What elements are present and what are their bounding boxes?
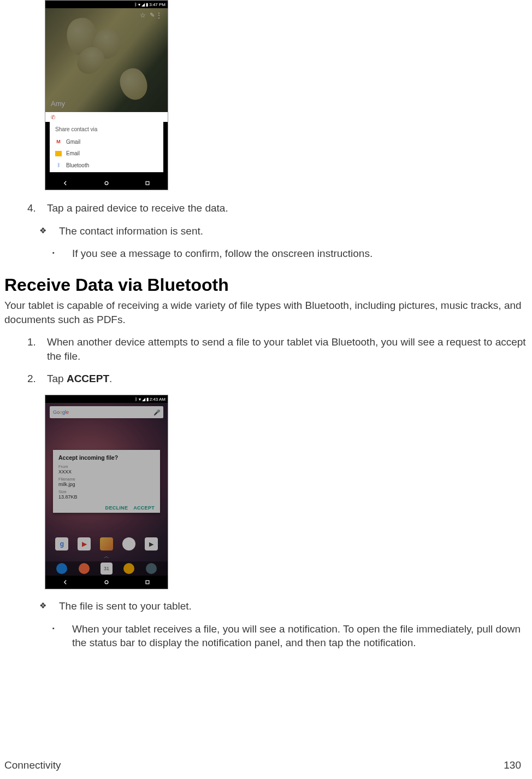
more-icon: ⋮: [156, 11, 162, 19]
list-text: The file is sent to your tablet.: [59, 599, 528, 613]
home-icon[interactable]: [103, 179, 110, 187]
page-footer: Connectivity 130: [4, 759, 521, 771]
list-item: 4. Tap a paired device to receive the da…: [27, 201, 528, 215]
list-item: ❖ The contact information is sent.: [39, 224, 528, 238]
list-marker: 2.: [27, 372, 40, 386]
app-icon[interactable]: [122, 537, 135, 550]
app-icon[interactable]: ▶: [145, 537, 158, 550]
share-option-gmail[interactable]: M Gmail: [55, 136, 163, 148]
list-item: 2. Tap ACCEPT.: [27, 372, 528, 386]
clock: 2:43 AM: [150, 397, 165, 402]
battery-icon: ▮: [146, 2, 148, 7]
back-icon[interactable]: [62, 179, 69, 187]
email-icon: [55, 151, 62, 156]
svg-rect-3: [146, 581, 149, 584]
android-nav-bar: [45, 576, 168, 589]
screenshot-accept-file: ᛒ ▾ ◢ ▮ 2:43 AM Google 🎤 Accept incoming…: [45, 395, 168, 589]
messages-app-icon[interactable]: [123, 563, 134, 574]
app-drawer-handle[interactable]: ︿: [45, 553, 168, 561]
svg-point-2: [105, 581, 108, 584]
list-marker: 4.: [27, 201, 40, 215]
contacts-app-icon[interactable]: [79, 563, 90, 574]
list-text: The contact information is sent.: [59, 224, 528, 238]
list-text: When your tablet receives a file, you wi…: [72, 622, 528, 650]
camera-app-icon[interactable]: [146, 563, 157, 574]
list-item: ▪ If you see a message to confirm, follo…: [52, 247, 528, 261]
share-bottom-sheet: Share contact via M Gmail Email ᛒ Blueto…: [50, 122, 163, 172]
text-fragment: .: [109, 373, 112, 384]
android-status-bar: ᛒ ▾ ◢ ▮ 3:47 PM: [45, 1, 168, 8]
field-label: Size: [58, 489, 155, 494]
field-label: From: [58, 464, 155, 469]
wifi-icon: ▾: [139, 397, 141, 402]
app-icon[interactable]: ▶: [78, 537, 91, 550]
bluetooth-icon: ᛒ: [134, 2, 137, 7]
phone-app-icon[interactable]: [56, 563, 67, 574]
share-option-label: Gmail: [66, 139, 80, 145]
android-status-bar: ᛒ ▾ ◢ ▮ 2:43 AM: [45, 395, 168, 403]
android-nav-bar: [45, 177, 168, 190]
list-text: Tap ACCEPT.: [47, 372, 528, 386]
list-item: 1. When another device attempts to send …: [27, 335, 528, 363]
field-label: Filename: [58, 477, 155, 482]
field-value: XXXX: [58, 469, 155, 475]
contact-photo: ☆ ✎ ⋮ Amy: [45, 8, 168, 112]
svg-rect-1: [146, 181, 149, 185]
share-option-email[interactable]: Email: [55, 148, 163, 159]
home-screen: Google 🎤 Accept incoming file? From XXXX…: [45, 403, 168, 576]
field-value: 13.87KB: [58, 494, 155, 500]
footer-page-number: 130: [504, 759, 521, 771]
contact-name: Amy: [51, 99, 65, 108]
bluetooth-option-icon: ᛒ: [55, 162, 62, 168]
list-marker: 1.: [27, 335, 40, 363]
mic-icon[interactable]: 🎤: [153, 409, 160, 415]
recent-icon[interactable]: [144, 578, 151, 586]
clock: 3:47 PM: [149, 2, 165, 7]
svg-point-0: [105, 181, 108, 185]
text-fragment: Tap: [47, 373, 67, 384]
app-icon[interactable]: g: [55, 537, 68, 550]
diamond-bullet-icon: ❖: [39, 225, 52, 239]
app-icon[interactable]: [100, 537, 113, 550]
signal-icon: ◢: [141, 2, 145, 7]
home-icon[interactable]: [103, 578, 110, 586]
body-paragraph: Your tablet is capable of receiving a wi…: [4, 298, 523, 326]
gmail-icon: M: [55, 138, 62, 145]
list-item: ❖ The file is sent to your tablet.: [39, 599, 528, 613]
bluetooth-icon: ᛒ: [135, 397, 138, 402]
list-item: ▪ When your tablet receives a file, you …: [52, 622, 528, 650]
decline-button[interactable]: DECLINE: [105, 505, 128, 511]
dialog-title: Accept incoming file?: [58, 454, 155, 461]
list-text: Tap a paired device to receive the data.: [47, 201, 528, 215]
text-bold: ACCEPT: [67, 373, 109, 384]
share-sheet-title: Share contact via: [55, 125, 163, 136]
share-option-label: Bluetooth: [66, 162, 89, 168]
share-option-label: Email: [66, 150, 80, 156]
home-dock: g ▶ ▶ ︿ 31: [45, 537, 168, 576]
accept-file-dialog: Accept incoming file? From XXXX Filename…: [53, 450, 160, 513]
diamond-bullet-icon: ❖: [39, 600, 52, 614]
field-value: milk.jpg: [58, 482, 155, 487]
google-search-bar[interactable]: Google 🎤: [50, 406, 163, 418]
search-placeholder: Google: [53, 409, 69, 415]
section-heading: Receive Data via Bluetooth: [4, 275, 528, 295]
signal-icon: ◢: [142, 397, 145, 402]
square-bullet-icon: ▪: [52, 249, 66, 263]
calendar-app-icon[interactable]: 31: [101, 563, 113, 575]
star-icon: ☆: [140, 11, 146, 19]
list-text: If you see a message to confirm, follow …: [72, 247, 528, 261]
screenshot-share-contact: ᛒ ▾ ◢ ▮ 3:47 PM ☆ ✎ ⋮ Amy ✆ Share contac…: [45, 0, 168, 190]
wifi-icon: ▾: [138, 2, 140, 7]
edit-icon: ✎: [150, 11, 155, 19]
square-bullet-icon: ▪: [52, 624, 66, 652]
list-text: When another device attempts to send a f…: [47, 335, 528, 363]
footer-section: Connectivity: [4, 759, 61, 771]
contact-phone-row: ✆: [45, 112, 168, 122]
share-option-bluetooth[interactable]: ᛒ Bluetooth: [55, 159, 163, 171]
accept-button[interactable]: ACCEPT: [133, 505, 155, 511]
back-icon[interactable]: [62, 578, 69, 586]
recent-icon[interactable]: [144, 179, 151, 187]
battery-icon: ▮: [146, 397, 149, 402]
phone-icon: ✆: [51, 114, 55, 120]
